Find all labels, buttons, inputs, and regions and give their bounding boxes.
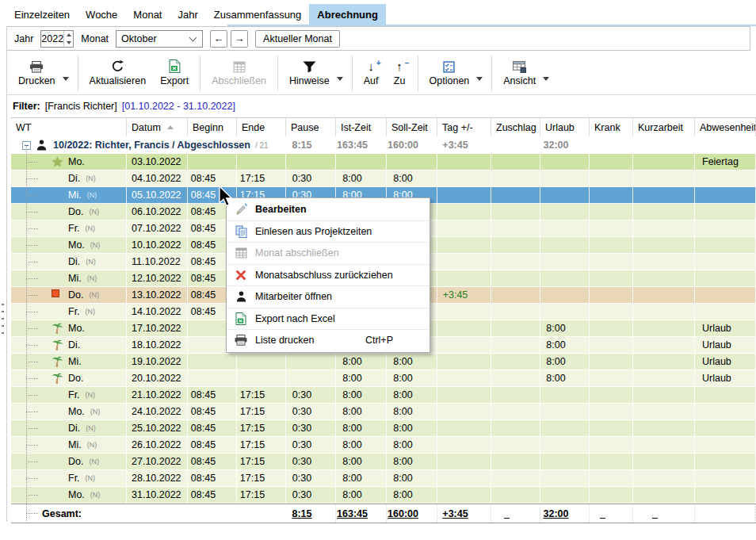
column-header-tag[interactable]: Tag +/-	[437, 118, 491, 136]
cell-wt: Mi.(N)	[11, 187, 127, 203]
tab-abrechnung[interactable]: Abrechnung	[309, 4, 386, 25]
cell-zuschlag	[491, 170, 540, 186]
column-header-ende[interactable]: Ende	[237, 118, 286, 136]
palm-icon	[52, 339, 63, 351]
menu-item-monatsabschluss-zurückziehen[interactable]: Monatsabschluss zurückziehen	[227, 264, 430, 286]
cell-datum: 11.10.2022	[127, 254, 188, 270]
print-button[interactable]: Drucken	[11, 52, 63, 94]
menu-item-liste-drucken[interactable]: Liste druckenCtrl+P	[227, 329, 430, 351]
cell-abw	[695, 237, 756, 253]
hints-dropdown-caret[interactable]	[337, 77, 343, 81]
tab-einzelzeiten[interactable]: Einzelzeiten	[6, 4, 78, 25]
cell-pause	[286, 370, 336, 386]
column-header-abwesenheit[interactable]: Abwesenheit	[695, 118, 756, 136]
toolbar-separator	[491, 56, 492, 91]
menu-shortcut: Ctrl+P	[365, 335, 430, 346]
cell-tag	[437, 254, 491, 270]
menu-item-mitarbeiter-öffnen[interactable]: Mitarbeiter öffnen	[227, 285, 430, 308]
cell-datum: 21.10.2022	[127, 387, 188, 403]
current-month-button[interactable]: Aktueller Monat	[255, 30, 340, 48]
cell-kurz	[633, 470, 695, 486]
sort-ascending-icon	[167, 125, 174, 129]
column-header-label: Soll-Zeit	[391, 122, 428, 133]
table-row[interactable]: Fr.(N)28.10.202208:4517:150:308:008:00	[11, 470, 756, 487]
column-header-pause[interactable]: Pause	[286, 118, 336, 136]
tab-woche[interactable]: Woche	[78, 4, 125, 25]
column-header-ist-zeit[interactable]: Ist-Zeit	[336, 118, 387, 136]
year-stepper[interactable]: 2022	[40, 30, 74, 48]
cell-wt: Di.	[11, 337, 127, 353]
column-header-wt[interactable]: WT	[11, 118, 127, 136]
table-row[interactable]: Di.(N)04.10.202208:4517:150:308:008:00	[11, 170, 756, 187]
cell-krank	[590, 454, 633, 469]
month-select[interactable]: Oktober	[116, 30, 203, 48]
column-header-urlaub[interactable]: Urlaub	[540, 118, 590, 136]
cell-beginn: 08:45	[188, 387, 237, 403]
cell-datum: 19.10.2022	[127, 354, 188, 370]
period-nav-row: Jahr 2022 Monat Oktober ← → Aktueller Mo…	[6, 26, 750, 51]
cell-pause: 0:30	[286, 437, 336, 453]
next-month-button[interactable]: →	[231, 30, 248, 48]
cell-urlaub	[540, 454, 590, 469]
cell-kurz	[633, 154, 695, 170]
cell-abw: Urlaub	[695, 337, 756, 353]
collapse-toggle-icon[interactable]	[22, 141, 31, 150]
options-dropdown-caret[interactable]	[476, 77, 483, 81]
column-header-soll-zeit[interactable]: Soll-Zeit	[387, 118, 437, 136]
menu-item-label: Export nach Excel	[255, 313, 335, 324]
table-row[interactable]: Mi.(N)26.10.202208:4517:150:308:008:00	[11, 437, 756, 454]
year-down-button[interactable]	[64, 39, 73, 47]
view-button[interactable]: Ansicht	[496, 52, 543, 94]
table-row[interactable]: Do.20.10.20228:008:008:00Urlaub	[11, 370, 756, 387]
table-row[interactable]: Mo.(N)24.10.202208:4517:150:308:008:00	[11, 404, 756, 420]
splitter-handle[interactable]	[2, 304, 4, 339]
cell-wt: Mi.(N)	[11, 270, 127, 286]
cell-ende: 17:15	[237, 470, 286, 486]
menu-item-bearbeiten[interactable]: Bearbeiten	[227, 199, 430, 220]
filter-daterange[interactable]: [01.10.2022 - 31.10.2022]	[122, 101, 235, 112]
cell-wt: Do.(N)	[11, 454, 127, 469]
cell-tag	[437, 454, 491, 469]
cell-krank	[590, 337, 633, 353]
cell-soll: 8:00	[387, 470, 437, 486]
options-button[interactable]: Optionen	[422, 52, 477, 94]
palm-icon	[52, 323, 63, 335]
prev-month-button[interactable]: ←	[210, 30, 227, 48]
zoom-out-button[interactable]: ↑− Zu	[386, 52, 414, 94]
cell-krank	[590, 320, 633, 336]
tab-monat[interactable]: Monat	[125, 4, 170, 25]
cell-zuschlag	[491, 437, 540, 453]
table-row[interactable]: Mi.19.10.20228:008:008:00Urlaub	[11, 354, 756, 370]
column-header-krank[interactable]: Krank	[590, 118, 633, 136]
print-dropdown-caret[interactable]	[63, 77, 69, 81]
column-header-kurzarbeit[interactable]: Kurzarbeit	[633, 118, 695, 136]
table-row[interactable]: Di.(N)25.10.202208:4517:150:308:008:00	[11, 420, 756, 437]
cell-abw: Urlaub	[695, 370, 756, 386]
refresh-button[interactable]: Aktualisieren	[82, 52, 154, 94]
cell-ist: 8:00	[336, 437, 387, 453]
filter-funnel-icon	[303, 59, 316, 73]
year-up-button[interactable]	[64, 31, 73, 39]
menu-item-einlesen-aus-projektzeiten[interactable]: Einlesen aus Projektzeiten	[227, 220, 430, 243]
table-row[interactable]: Do.(N)27.10.202208:4517:150:308:008:00	[11, 454, 756, 470]
table-row[interactable]: Fr.(N)21.10.202208:4517:150:308:008:00	[11, 387, 756, 404]
cell-zuschlag	[491, 254, 540, 270]
cell-wt: Fr.(N)	[11, 220, 127, 236]
column-header-zuschlag[interactable]: Zuschlag	[491, 118, 540, 136]
view-dropdown-caret[interactable]	[543, 77, 549, 81]
tab-zusammenfassung[interactable]: Zusammenfassung	[206, 4, 310, 25]
cell-krank	[590, 370, 633, 386]
table-row[interactable]: Mo.03.10.2022Feiertag	[11, 154, 756, 170]
filter-person[interactable]: [Francis Richter]	[45, 101, 117, 112]
cell-wt: Do.(N)	[11, 204, 127, 220]
hints-button[interactable]: Hinweise	[282, 52, 337, 94]
column-header-beginn[interactable]: Beginn	[188, 118, 237, 136]
export-button[interactable]: Export	[153, 52, 196, 94]
menu-item-export-nach-excel[interactable]: Export nach Excel	[227, 308, 430, 330]
group-row[interactable]: 10/2022: Richter, Francis / Abgeschlosse…	[11, 136, 756, 154]
zoom-in-button[interactable]: ↓+ Auf	[357, 52, 386, 94]
column-header-datum[interactable]: Datum	[127, 118, 188, 136]
table-row[interactable]: Mo.(N)31.10.202208:4517:150:308:008:00	[11, 487, 756, 504]
tab-jahr[interactable]: Jahr	[170, 4, 205, 25]
weekday-label: Di.	[68, 423, 80, 434]
